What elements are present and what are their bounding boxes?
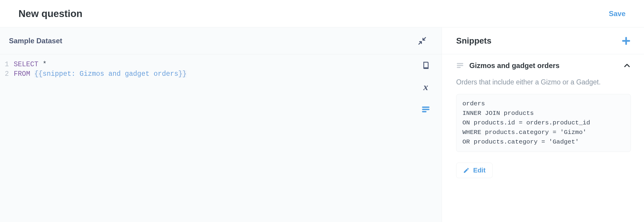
line-gutter: 1 2	[0, 60, 14, 222]
snippets-header: Snippets	[442, 27, 644, 54]
sql-text	[30, 70, 34, 78]
code-line: SELECT *	[14, 60, 442, 69]
main-split: Sample Dataset 1 2 SELECT * FROM {{snipp…	[0, 27, 644, 222]
svg-rect-4	[457, 63, 463, 64]
add-snippet-button[interactable]	[621, 36, 631, 46]
template-open: {{	[34, 70, 43, 78]
snippet-code-preview: orders INNER JOIN products ON products.i…	[456, 94, 631, 152]
line-number: 2	[0, 69, 14, 79]
snippet-name: Gizmos and gadget orders	[469, 61, 618, 70]
svg-rect-6	[457, 67, 461, 68]
svg-rect-2	[422, 109, 430, 110]
snippets-title: Snippets	[456, 36, 491, 46]
code-lines: SELECT * FROM {{snippet: Gizmos and gadg…	[14, 60, 442, 222]
pencil-icon	[463, 167, 470, 174]
editor-tool-rail: x	[421, 60, 431, 115]
svg-rect-5	[457, 65, 463, 66]
line-number: 1	[0, 60, 14, 69]
snippet-lines-icon	[456, 62, 464, 69]
snippet-token: snippet: Gizmos and gadget orders	[43, 70, 178, 78]
template-close: }}	[178, 70, 187, 78]
chevron-up-icon[interactable]	[623, 62, 631, 70]
editor-pane: Sample Dataset 1 2 SELECT * FROM {{snipp…	[0, 27, 442, 222]
sql-keyword: FROM	[14, 70, 30, 78]
edit-label: Edit	[473, 166, 486, 174]
save-button[interactable]: Save	[609, 10, 626, 18]
header-bar: New question Save	[0, 0, 644, 27]
snippet-item-header[interactable]: Gizmos and gadget orders	[456, 61, 631, 70]
code-line: FROM {{snippet: Gizmos and gadget orders…	[14, 69, 442, 79]
snippet-item: Gizmos and gadget orders Orders that inc…	[442, 54, 644, 185]
variable-icon[interactable]: x	[421, 82, 431, 92]
sql-editor[interactable]: 1 2 SELECT * FROM {{snippet: Gizmos and …	[0, 54, 442, 222]
snippet-description: Orders that include either a Gizmo or a …	[456, 78, 631, 86]
svg-rect-1	[422, 107, 430, 108]
sql-keyword: SELECT	[14, 61, 38, 68]
snippets-icon[interactable]	[421, 104, 431, 115]
sql-text: *	[38, 61, 47, 68]
edit-snippet-button[interactable]: Edit	[456, 163, 493, 178]
dataset-selector[interactable]: Sample Dataset	[9, 37, 62, 45]
page-title: New question	[18, 8, 83, 19]
svg-rect-3	[422, 111, 427, 112]
snippets-pane: Snippets Gizmos and gadget orders	[442, 27, 644, 222]
dataset-bar: Sample Dataset	[0, 27, 442, 54]
svg-text:x: x	[423, 83, 428, 92]
contract-icon[interactable]	[418, 36, 433, 45]
reference-icon[interactable]	[421, 60, 431, 70]
